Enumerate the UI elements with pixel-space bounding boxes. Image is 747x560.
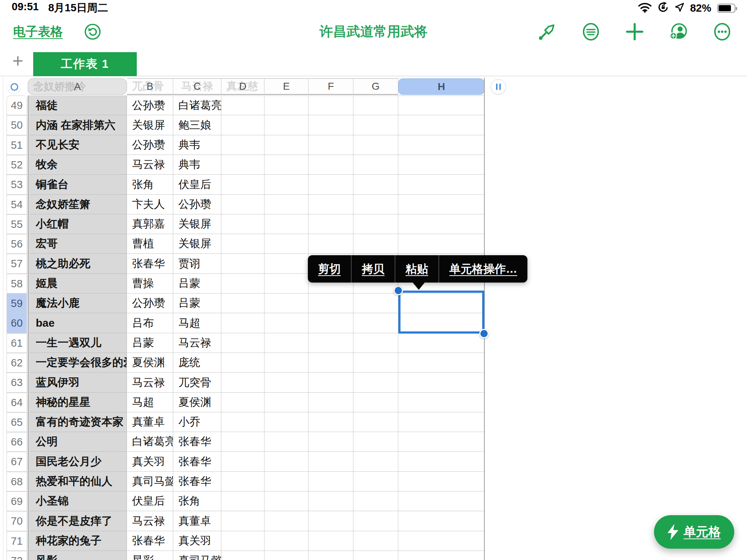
cell-D60[interactable] (221, 313, 264, 333)
cell-G69[interactable] (353, 491, 398, 511)
row-number-56[interactable]: 56 (7, 234, 27, 254)
cell-C60[interactable]: 马超 (173, 313, 221, 333)
column-header-E[interactable]: E (264, 78, 309, 95)
cell-C66[interactable]: 张春华 (173, 432, 221, 452)
cell-D66[interactable] (221, 432, 264, 452)
cell-action-fab[interactable]: 单元格 (654, 515, 734, 549)
row-number-51[interactable]: 51 (7, 135, 27, 155)
cell-F59[interactable] (309, 293, 353, 313)
cell-H68[interactable] (398, 472, 484, 491)
cell-D63[interactable] (221, 373, 264, 393)
cell-B57[interactable]: 张春华 (127, 254, 173, 274)
cell-A64[interactable]: 神秘的星星 (28, 393, 127, 412)
cell-D71[interactable] (221, 531, 264, 551)
cell-D54[interactable] (221, 195, 264, 214)
cell-E59[interactable] (264, 293, 309, 313)
cell-A53[interactable]: 铜雀台 (28, 175, 127, 195)
cell-D56[interactable] (221, 234, 264, 254)
cell-G49[interactable] (353, 96, 398, 115)
cell-H70[interactable] (398, 511, 484, 531)
cell-A58[interactable]: 姬晨 (28, 274, 127, 293)
cell-C50[interactable]: 鲍三娘 (173, 115, 221, 135)
cell-D68[interactable] (221, 472, 264, 491)
cell-F54[interactable] (309, 195, 353, 214)
row-number-70[interactable]: 70 (7, 511, 27, 531)
cell-F64[interactable] (309, 393, 353, 412)
cell-H71[interactable] (398, 531, 484, 551)
cell-C69[interactable]: 张角 (173, 491, 221, 511)
cell-C64[interactable]: 夏侯渊 (173, 393, 221, 412)
menu-item-cut[interactable]: 剪切 (308, 255, 351, 283)
row-number-69[interactable]: 69 (7, 491, 27, 511)
cell-D51[interactable] (221, 135, 264, 155)
row-number-67[interactable]: 67 (7, 452, 27, 472)
row-number-54[interactable]: 54 (7, 195, 27, 214)
cell-F72[interactable] (309, 551, 353, 560)
cell-D72[interactable] (221, 551, 264, 560)
cell-E58[interactable] (264, 274, 309, 293)
cell-F68[interactable] (309, 472, 353, 491)
cell-B52[interactable]: 马云禄 (127, 155, 173, 175)
cell-E64[interactable] (264, 393, 309, 412)
cell-F69[interactable] (309, 491, 353, 511)
cell-B70[interactable]: 马云禄 (127, 511, 173, 531)
selection-handle-bottom-right[interactable] (479, 329, 489, 338)
cell-B50[interactable]: 关银屏 (127, 115, 173, 135)
cell-D59[interactable] (221, 293, 264, 313)
cell-H63[interactable] (398, 373, 484, 393)
cell-G71[interactable] (353, 531, 398, 551)
cell-B64[interactable]: 马超 (127, 393, 173, 412)
cell-E57[interactable] (264, 254, 309, 274)
cell-D57[interactable] (221, 254, 264, 274)
cell-F53[interactable] (309, 175, 353, 195)
row-number-58[interactable]: 58 (7, 274, 27, 293)
cell-D53[interactable] (221, 175, 264, 195)
cell-H52[interactable] (398, 155, 484, 175)
cell-E52[interactable] (264, 155, 309, 175)
cell-F52[interactable] (309, 155, 353, 175)
menu-item-copy[interactable]: 拷贝 (352, 255, 395, 283)
cell-H67[interactable] (398, 452, 484, 472)
cell-C55[interactable]: 关银屏 (173, 214, 221, 234)
cell-F50[interactable] (309, 115, 353, 135)
cell-G65[interactable] (353, 412, 398, 432)
cell-A51[interactable]: 不见长安 (28, 135, 127, 155)
cell-C57[interactable]: 贾诩 (173, 254, 221, 274)
cell-G60[interactable] (353, 313, 398, 333)
cell-G67[interactable] (353, 452, 398, 472)
row-number-55[interactable]: 55 (7, 214, 27, 234)
cell-D52[interactable] (221, 155, 264, 175)
cell-H72[interactable] (398, 551, 484, 560)
cell-D64[interactable] (221, 393, 264, 412)
cell-B69[interactable]: 伏皇后 (127, 491, 173, 511)
cell-G62[interactable] (353, 353, 398, 373)
cell-C72[interactable]: 真司马懿 (173, 551, 221, 560)
cell-G66[interactable] (353, 432, 398, 452)
cell-C52[interactable]: 典韦 (173, 155, 221, 175)
cell-A55[interactable]: 小红帽 (28, 214, 127, 234)
cell-F49[interactable] (309, 96, 353, 115)
cell-G59[interactable] (353, 293, 398, 313)
cell-E56[interactable] (264, 234, 309, 254)
row-number-59[interactable]: 59 (7, 293, 27, 313)
cell-H49[interactable] (398, 96, 484, 115)
cell-A61[interactable]: 一生一遇双儿 (28, 333, 127, 353)
cell-F63[interactable] (309, 373, 353, 393)
row-number-66[interactable]: 66 (7, 432, 27, 452)
cell-H55[interactable] (398, 214, 484, 234)
cell-C62[interactable]: 庞统 (173, 353, 221, 373)
table-select-handle[interactable] (7, 80, 21, 94)
cell-F61[interactable] (309, 333, 353, 353)
cell-H69[interactable] (398, 491, 484, 511)
cell-B49[interactable]: 公孙瓒 (127, 96, 173, 115)
column-header-D[interactable]: 真左慈D (221, 78, 264, 95)
row-number-61[interactable]: 61 (7, 333, 27, 353)
cell-H56[interactable] (398, 234, 484, 254)
cell-B66[interactable]: 白诸葛亮 (127, 432, 173, 452)
row-number-52[interactable]: 52 (7, 155, 27, 175)
cell-A54[interactable]: 念奴娇笙箫 (28, 195, 127, 214)
cell-C61[interactable]: 马云禄 (173, 333, 221, 353)
selection-handle-top-left[interactable] (394, 286, 403, 295)
cell-D65[interactable] (221, 412, 264, 432)
cell-B53[interactable]: 张角 (127, 175, 173, 195)
